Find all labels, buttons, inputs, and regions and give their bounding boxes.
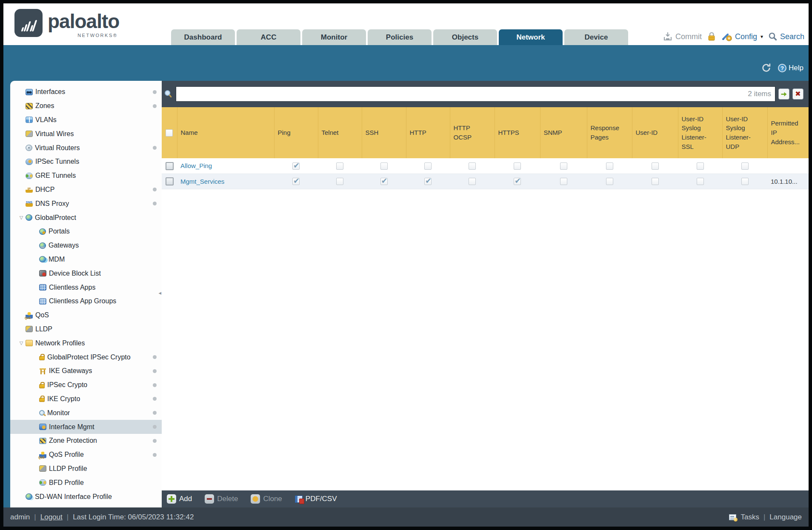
- item-options-dot[interactable]: [153, 425, 157, 429]
- sidebar-item-interface-mgmt[interactable]: ▽ Interface Mgmt: [10, 420, 162, 434]
- sidebar-item-clientless-apps[interactable]: ▽ Clientless Apps: [10, 280, 162, 294]
- feature-checkbox[interactable]: [292, 162, 300, 170]
- sidebar-item-virtual-wires[interactable]: ▽ Virtual Wires: [10, 127, 162, 141]
- item-options-dot[interactable]: [153, 90, 157, 94]
- tab-device[interactable]: Device: [564, 29, 628, 45]
- item-options-dot[interactable]: [153, 411, 157, 415]
- column-header-telnet[interactable]: Telnet: [318, 107, 362, 158]
- column-header-permitted[interactable]: Permitted IP Address...: [767, 107, 809, 158]
- feature-checkbox[interactable]: [741, 178, 749, 185]
- feature-checkbox[interactable]: [741, 162, 749, 170]
- column-header-name[interactable]: Name: [177, 107, 274, 158]
- feature-checkbox[interactable]: [336, 178, 343, 185]
- expand-caret[interactable]: ▽: [17, 215, 26, 220]
- column-header-ping[interactable]: Ping: [274, 107, 318, 158]
- sidebar-item-lldp[interactable]: ▽ LLDP: [10, 322, 162, 336]
- delete-button[interactable]: Delete: [205, 494, 238, 504]
- sidebar-item-globalprotect-ipsec-crypto[interactable]: ▽ GlobalProtect IPSec Crypto: [10, 350, 162, 364]
- column-header-snmp[interactable]: SNMP: [540, 107, 587, 158]
- tab-monitor[interactable]: Monitor: [302, 29, 366, 45]
- tab-network[interactable]: Network: [499, 29, 563, 45]
- feature-checkbox[interactable]: [606, 178, 613, 185]
- sidebar-item-ike-gateways[interactable]: ▽ IKE Gateways: [10, 364, 162, 378]
- help-button[interactable]: ? Help: [778, 64, 803, 72]
- lock-icon[interactable]: [707, 31, 716, 42]
- sidebar-item-network-profiles[interactable]: ▽ Network Profiles: [10, 336, 162, 350]
- sidebar-item-portals[interactable]: ▽ Portals: [10, 225, 162, 239]
- feature-checkbox[interactable]: [606, 162, 613, 170]
- sidebar-item-mdm[interactable]: ▽ MDM: [10, 253, 162, 267]
- feature-checkbox[interactable]: [424, 178, 432, 185]
- sidebar-item-qos[interactable]: ▽ QoS: [10, 308, 162, 322]
- clear-filter-button[interactable]: ✖: [792, 88, 803, 100]
- item-options-dot[interactable]: [153, 146, 157, 150]
- tab-objects[interactable]: Objects: [433, 29, 497, 45]
- feature-checkbox[interactable]: [292, 178, 300, 185]
- sidebar-item-vlans[interactable]: ▽ VLANs: [10, 113, 162, 127]
- row-checkbox[interactable]: [166, 162, 174, 170]
- language-button[interactable]: Language: [769, 513, 802, 521]
- feature-checkbox[interactable]: [697, 178, 704, 185]
- feature-checkbox[interactable]: [697, 162, 704, 170]
- feature-checkbox[interactable]: [469, 178, 476, 185]
- item-options-dot[interactable]: [153, 369, 157, 373]
- sidebar-item-device-block-list[interactable]: ▽ Device Block List: [10, 266, 162, 280]
- column-header-user-id[interactable]: User-ID Syslog Listener- SSL: [678, 107, 722, 158]
- item-options-dot[interactable]: [153, 383, 157, 387]
- feature-checkbox[interactable]: [469, 162, 476, 170]
- column-header-user-id[interactable]: User-ID Syslog Listener- UDP: [722, 107, 767, 158]
- sidebar-item-virtual-routers[interactable]: ▽ Virtual Routers: [10, 141, 162, 155]
- column-header-response[interactable]: Response Pages: [587, 107, 632, 158]
- expand-caret[interactable]: ▽: [17, 340, 26, 346]
- item-options-dot[interactable]: [153, 104, 157, 108]
- sidebar-item-qos-profile[interactable]: ▽ QoS Profile: [10, 448, 162, 462]
- refresh-icon[interactable]: [761, 63, 772, 73]
- feature-checkbox[interactable]: [336, 162, 343, 170]
- filter-input[interactable]: [176, 86, 775, 102]
- logout-link[interactable]: Logout: [40, 513, 63, 521]
- sidebar-item-sd-wan-interface-profile[interactable]: ▽ SD-WAN Interface Profile: [10, 490, 162, 504]
- sidebar-item-clientless-app-groups[interactable]: ▽ Clientless App Groups: [10, 294, 162, 308]
- select-all-checkbox[interactable]: [166, 129, 173, 137]
- clone-button[interactable]: Clone: [251, 494, 282, 504]
- feature-checkbox[interactable]: [424, 162, 432, 170]
- feature-checkbox[interactable]: [652, 178, 659, 185]
- tab-policies[interactable]: Policies: [368, 29, 432, 45]
- column-header-http[interactable]: HTTP OCSP: [450, 107, 495, 158]
- sidebar-collapse-arrow[interactable]: ◂: [158, 290, 161, 296]
- item-options-dot[interactable]: [153, 397, 157, 401]
- sidebar-item-interfaces[interactable]: ▽ Interfaces: [10, 85, 162, 99]
- feature-checkbox[interactable]: [514, 162, 521, 170]
- sidebar-item-monitor[interactable]: ▽ Monitor: [10, 406, 162, 420]
- item-options-dot[interactable]: [153, 439, 157, 443]
- sidebar-item-zone-protection[interactable]: ▽ Zone Protection: [10, 434, 162, 448]
- config-menu[interactable]: Config ▾: [721, 31, 763, 42]
- sidebar-item-lldp-profile[interactable]: ▽ LLDP Profile: [10, 462, 162, 476]
- apply-filter-button[interactable]: [778, 88, 789, 100]
- sidebar-item-dhcp[interactable]: ▽ DHCP: [10, 183, 162, 197]
- column-header-https[interactable]: HTTPS: [495, 107, 540, 158]
- sidebar-item-dns-proxy[interactable]: ▽ DNS Proxy: [10, 197, 162, 211]
- sidebar-item-ike-crypto[interactable]: ▽ IKE Crypto: [10, 392, 162, 406]
- feature-checkbox[interactable]: [652, 162, 659, 170]
- feature-checkbox[interactable]: [514, 178, 521, 185]
- sidebar-item-ipsec-crypto[interactable]: ▽ IPSec Crypto: [10, 378, 162, 392]
- row-checkbox[interactable]: [166, 177, 174, 185]
- sidebar-item-gre-tunnels[interactable]: ▽ GRE Tunnels: [10, 169, 162, 183]
- tasks-button[interactable]: Tasks: [741, 513, 759, 521]
- item-options-dot[interactable]: [153, 202, 157, 205]
- item-options-dot[interactable]: [153, 188, 157, 191]
- sidebar-item-globalprotect[interactable]: ▽ GlobalProtect: [10, 211, 162, 225]
- sidebar-item-bfd-profile[interactable]: ▽ BFD Profile: [10, 476, 162, 490]
- feature-checkbox[interactable]: [380, 178, 388, 185]
- search-button[interactable]: Search: [768, 32, 804, 41]
- tab-acc[interactable]: ACC: [237, 29, 300, 45]
- feature-checkbox[interactable]: [380, 162, 388, 170]
- add-button[interactable]: Add: [167, 494, 192, 504]
- column-header-ssh[interactable]: SSH: [362, 107, 406, 158]
- item-options-dot[interactable]: [153, 453, 157, 457]
- column-header-user-id[interactable]: User-ID: [632, 107, 678, 158]
- feature-checkbox[interactable]: [560, 162, 567, 170]
- sidebar-item-ipsec-tunnels[interactable]: ▽ IPSec Tunnels: [10, 155, 162, 169]
- item-options-dot[interactable]: [153, 355, 157, 359]
